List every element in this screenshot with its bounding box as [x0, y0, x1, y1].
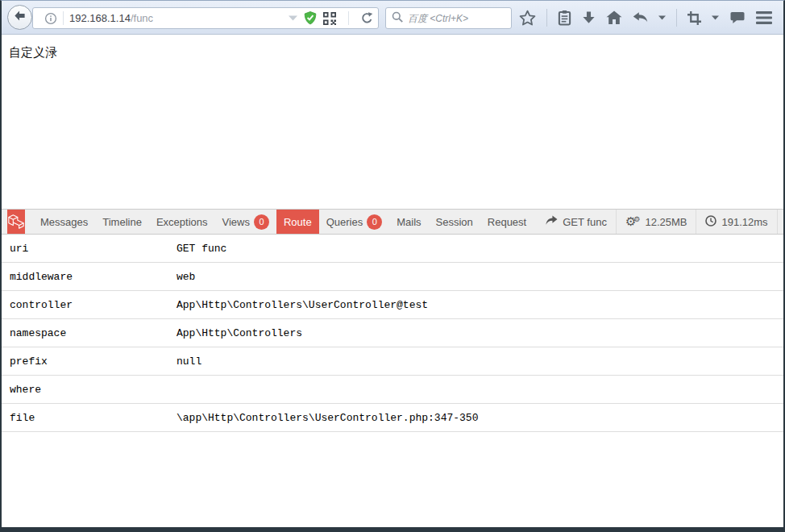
- menu-hamburger-icon[interactable]: [756, 11, 772, 24]
- tab-mails[interactable]: Mails: [389, 210, 428, 234]
- history-dropdown-icon[interactable]: [658, 15, 666, 20]
- page-text: 自定义渌: [9, 45, 57, 60]
- row-key: prefix: [10, 355, 48, 368]
- row-value: web: [177, 271, 195, 283]
- time-indicator[interactable]: 191.12ms: [696, 210, 777, 234]
- row-value: \app\Http\Controllers\UserController.php…: [177, 412, 478, 424]
- debugbar-indicators: GET func ⚙⚙ 12.25MB 191.12ms: [537, 210, 777, 234]
- row-value: null: [177, 355, 201, 368]
- browser-toolbar: 192.168.1.14/func: [2, 1, 783, 35]
- row-value: App\Http\Controllers: [177, 327, 302, 339]
- url-divider: [63, 11, 64, 25]
- url-host: 192.168.1.14: [69, 12, 131, 24]
- toolbar-divider: [676, 9, 677, 27]
- tab-session[interactable]: Session: [429, 210, 480, 234]
- views-count-badge: 0: [254, 214, 269, 230]
- debugbar: Messages Timeline Exceptions Views0 Rout…: [2, 209, 783, 527]
- table-row-uri: uri GET func: [2, 235, 783, 263]
- route-indicator-label: GET func: [563, 216, 607, 228]
- bookmarks-menu-icon[interactable]: [558, 10, 571, 26]
- screenshot-crop-icon[interactable]: [687, 11, 701, 25]
- debugbar-tabs: Messages Timeline Exceptions Views0 Rout…: [33, 210, 534, 234]
- laravel-logo-icon[interactable]: [7, 210, 25, 234]
- page-content: 自定义渌: [2, 35, 783, 209]
- url-divider: [348, 11, 349, 25]
- site-info-icon[interactable]: [44, 12, 57, 25]
- row-value: GET func: [177, 243, 226, 255]
- back-arrow-icon: [14, 10, 26, 25]
- gears-icon: ⚙⚙: [625, 216, 641, 228]
- route-panel: uri GET func middleware web controller A…: [2, 235, 783, 527]
- table-row-namespace: namespace App\Http\Controllers: [2, 319, 783, 347]
- clock-icon: [705, 215, 716, 229]
- downloads-icon[interactable]: [582, 11, 596, 25]
- tab-views[interactable]: Views0: [215, 210, 276, 234]
- qr-code-icon[interactable]: [323, 12, 336, 25]
- screenshot-dropdown-icon[interactable]: [712, 15, 719, 20]
- row-key: where: [10, 384, 41, 396]
- search-box[interactable]: [385, 7, 512, 29]
- search-input[interactable]: [408, 13, 505, 24]
- tab-timeline[interactable]: Timeline: [95, 210, 149, 234]
- tab-messages[interactable]: Messages: [33, 210, 95, 234]
- debugbar-header: Messages Timeline Exceptions Views0 Rout…: [2, 210, 783, 235]
- row-key: controller: [10, 299, 73, 311]
- url-path: /func: [131, 12, 153, 24]
- time-indicator-label: 191.12ms: [721, 216, 767, 228]
- row-key: namespace: [10, 327, 66, 339]
- queries-count-badge: 0: [367, 214, 382, 230]
- route-indicator[interactable]: GET func: [537, 210, 617, 234]
- reload-icon[interactable]: [361, 12, 373, 24]
- home-icon[interactable]: [606, 10, 622, 25]
- tab-exceptions[interactable]: Exceptions: [149, 210, 215, 234]
- history-undo-icon[interactable]: [633, 11, 648, 24]
- row-key: file: [10, 412, 35, 424]
- tab-route[interactable]: Route: [276, 210, 319, 234]
- tab-request[interactable]: Request: [480, 210, 534, 234]
- row-key: middleware: [10, 271, 73, 283]
- search-icon: [392, 11, 403, 26]
- shield-check-icon[interactable]: [304, 11, 317, 25]
- table-row-controller: controller App\Http\Controllers\UserCont…: [2, 291, 783, 319]
- back-button[interactable]: [7, 5, 32, 30]
- bookmark-star-icon[interactable]: [519, 10, 536, 27]
- row-key: uri: [10, 243, 28, 255]
- debugbar-controls: [778, 210, 785, 234]
- table-row-middleware: middleware web: [2, 263, 783, 291]
- table-row-where: where: [2, 376, 783, 404]
- memory-indicator[interactable]: ⚙⚙ 12.25MB: [617, 210, 697, 234]
- browser-window: 192.168.1.14/func: [0, 0, 785, 532]
- table-row-prefix: prefix null: [2, 347, 783, 376]
- row-value: App\Http\Controllers\UserController@test: [177, 299, 428, 311]
- url-bar[interactable]: 192.168.1.14/func: [32, 7, 379, 29]
- toolbar-divider: [546, 9, 547, 27]
- tab-queries[interactable]: Queries0: [319, 210, 390, 234]
- table-row-file: file \app\Http\Controllers\UserControlle…: [2, 404, 783, 432]
- share-arrow-icon: [546, 215, 558, 228]
- memory-indicator-label: 12.25MB: [645, 216, 687, 228]
- chat-bubble-icon[interactable]: [729, 11, 746, 25]
- toolbar-buttons: [519, 1, 780, 35]
- urlbar-dropdown-icon[interactable]: [289, 15, 297, 21]
